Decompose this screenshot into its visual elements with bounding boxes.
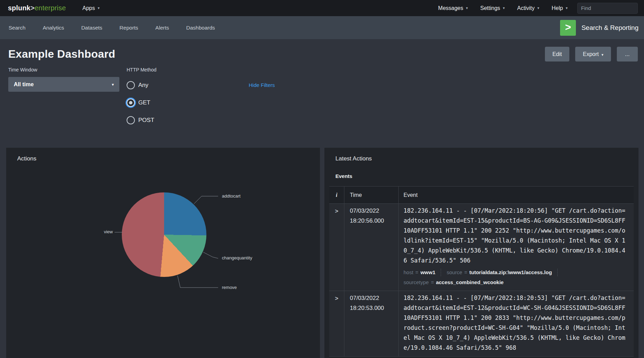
export-button[interactable]: Export▾ <box>575 47 611 61</box>
row-time-cell: 07/03/2022 18:20:53.000 <box>344 291 399 356</box>
actions-panel: Actions addtocart view changequantity re… <box>6 148 320 358</box>
row-time-cell: 07/03/2022 18:20:56.000 <box>344 204 399 291</box>
activity-menu-label: Activity <box>517 5 535 11</box>
event-raw-line: addtocart&itemId=EST-12&productId=WC-SH-… <box>404 303 634 313</box>
event-raw-line: 0_7_4) AppleWebKit/536.5 (KHTML, like Ge… <box>404 246 634 256</box>
nav-item-search[interactable]: Search <box>9 25 25 31</box>
field-separator <box>441 269 441 276</box>
event-raw-line: 10ADFF53101 HTTP 1.1" 200 2252 "http://w… <box>404 226 634 236</box>
radio-option-post[interactable]: POST <box>127 116 157 125</box>
header-info-column: i <box>329 187 344 203</box>
dashboard-actions: Edit Export▾ ... <box>545 47 638 61</box>
radio-unselected-icon[interactable] <box>127 81 135 89</box>
help-menu[interactable]: Help ▾ <box>546 0 574 16</box>
chevron-down-icon: ▾ <box>601 53 603 57</box>
http-method-label: HTTP Method <box>127 67 157 72</box>
actions-pie-chart[interactable] <box>122 192 206 277</box>
nav-item-analytics[interactable]: Analytics <box>43 25 64 31</box>
field-key: host <box>404 269 413 275</box>
help-menu-label: Help <box>552 5 563 11</box>
leader-line-remove <box>178 276 218 288</box>
nav-item-datasets[interactable]: Datasets <box>81 25 102 31</box>
radio-option-any[interactable]: Any <box>127 81 157 90</box>
chevron-down-icon: ▾ <box>566 6 568 10</box>
radio-option-get[interactable]: GET <box>127 98 157 107</box>
row-event-cell: 182.236.164.11 - - [07/Mar/2022:18:20:56… <box>399 204 634 291</box>
field-value-sourcetype[interactable]: access_combined_wcookie <box>436 279 504 285</box>
events-subtitle: Events <box>335 173 352 179</box>
dashboard-header: Example Dashboard Edit Export▾ ... <box>0 39 644 61</box>
apps-menu-label: Apps <box>82 5 95 11</box>
field-separator <box>557 269 558 276</box>
header-event-column[interactable]: Event <box>399 187 634 203</box>
pie-label-addtocart: addtocart <box>222 193 240 199</box>
event-raw-line: el Mac OS X 10_7_4) AppleWebKit/536.5 (K… <box>404 333 634 343</box>
table-row: > 07/03/2022 18:20:53.000 182.236.164.11… <box>329 291 634 357</box>
nav-item-dashboards[interactable]: Dashboards <box>186 25 215 31</box>
event-time: 18:20:56.000 <box>350 216 398 226</box>
settings-menu[interactable]: Settings ▾ <box>474 0 511 16</box>
apps-menu[interactable]: Apps ▾ <box>76 0 106 16</box>
chevron-down-icon: ▾ <box>466 6 468 10</box>
search-reporting-logo-icon: > <box>560 20 576 36</box>
time-window-dropdown[interactable]: All time ▾ <box>8 77 119 92</box>
radio-unselected-icon[interactable] <box>127 116 135 124</box>
page-title: Example Dashboard <box>8 48 115 60</box>
field-value-host[interactable]: www1 <box>420 269 435 275</box>
time-window-filter: Time Window All time ▾ <box>8 67 119 92</box>
radio-get-label[interactable]: GET <box>138 99 150 106</box>
radio-any-label[interactable]: Any <box>138 82 148 89</box>
hide-filters-link[interactable]: Hide Filters <box>249 82 275 88</box>
event-fields-row: host = www1 source = tutorialdata.zip:\w… <box>404 267 634 277</box>
radio-post-label[interactable]: POST <box>138 117 154 124</box>
top-right-menus: Messages ▾ Settings ▾ Activity ▾ Help ▾ <box>432 0 644 16</box>
chevron-down-icon: ▾ <box>112 82 114 87</box>
more-actions-button[interactable]: ... <box>617 47 638 61</box>
activity-menu[interactable]: Activity ▾ <box>511 0 545 16</box>
event-raw-line: e/19.0.1084.46 Safari/536.5" 968 <box>404 343 634 353</box>
app-nav: Search Analytics Datasets Reports Alerts… <box>9 25 215 31</box>
logo-splunk-text: splunk <box>8 4 31 12</box>
time-window-label: Time Window <box>8 67 119 72</box>
table-row: > 07/03/2022 18:20:56.000 182.236.164.11… <box>329 204 634 291</box>
event-fields-row: sourcetype = access_combined_wcookie <box>404 277 634 287</box>
radio-selected-icon[interactable] <box>127 99 135 107</box>
chevron-down-icon: ▾ <box>503 6 505 10</box>
leader-line-changequantity <box>203 252 218 258</box>
row-expand-cell[interactable]: > <box>329 291 344 356</box>
time-window-value: All time <box>14 81 34 88</box>
splunk-logo[interactable]: splunk>enterprise <box>8 4 66 12</box>
event-time: 18:20:53.000 <box>350 303 398 313</box>
field-value-source[interactable]: tutorialdata.zip:\www1/access.log <box>469 269 552 275</box>
event-raw-line: 10ADFF53101 HTTP 1.1" 200 2833 "http://w… <box>404 313 634 323</box>
pie-label-remove: remove <box>222 285 237 290</box>
app-nav-bar: Search Analytics Datasets Reports Alerts… <box>0 16 644 39</box>
events-table: i Time Event > 07/03/2022 18:20:56.000 1… <box>329 186 634 358</box>
current-app-name: Search & Reporting <box>581 24 638 32</box>
nav-item-reports[interactable]: Reports <box>119 25 138 31</box>
events-table-header: i Time Event <box>329 187 634 204</box>
find-search-box[interactable] <box>577 3 638 14</box>
row-expand-cell[interactable]: > <box>329 204 344 291</box>
messages-menu[interactable]: Messages ▾ <box>432 0 474 16</box>
expand-chevron-icon[interactable]: > <box>335 295 339 301</box>
event-raw-line: ldlink?itemId=EST-15" "Mozilla/5.0 (Maci… <box>404 236 634 246</box>
event-raw-line: 182.236.164.11 - - [07/Mar/2022:18:20:56… <box>404 206 634 216</box>
nav-item-alerts[interactable]: Alerts <box>155 25 169 31</box>
edit-button[interactable]: Edit <box>545 47 570 61</box>
event-raw-line: 6 Safari/536.5" 506 <box>404 256 634 266</box>
logo-gt-glyph: > <box>31 4 35 12</box>
expand-chevron-icon[interactable]: > <box>335 208 339 214</box>
chevron-down-icon: ▾ <box>98 6 100 10</box>
event-date: 07/03/2022 <box>350 293 398 303</box>
leader-line-addtocart <box>194 196 218 204</box>
header-time-column[interactable]: Time <box>344 187 399 203</box>
export-button-label: Export <box>583 51 599 57</box>
event-raw-line: 182.236.164.11 - - [07/Mar/2022:18:20:53… <box>404 293 634 303</box>
find-search-input[interactable] <box>581 5 644 11</box>
pie-label-view: view <box>104 229 113 234</box>
field-key: sourcetype <box>404 279 429 285</box>
pie-label-changequantity: changequantity <box>222 255 252 260</box>
field-key: source <box>447 269 462 275</box>
current-app[interactable]: > Search & Reporting <box>560 20 638 36</box>
